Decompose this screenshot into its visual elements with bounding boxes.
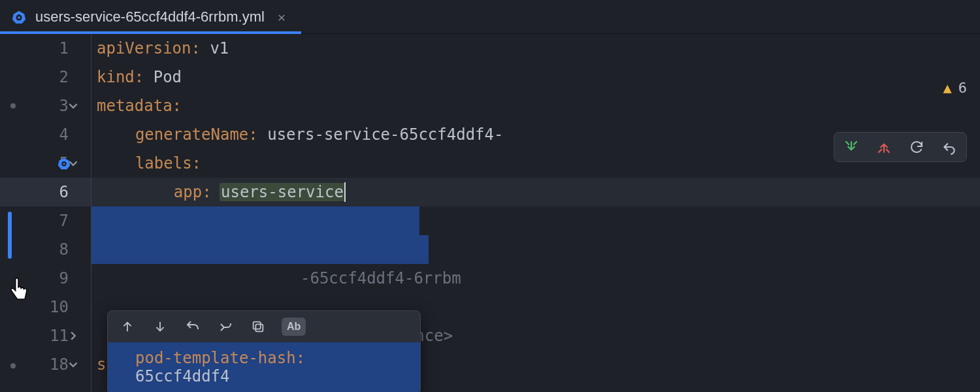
gutter-line: 11	[0, 321, 91, 350]
tab-filename: users-service-65ccf4ddf4-6rrbm.yml	[35, 8, 265, 25]
gutter-line: 2	[0, 63, 91, 91]
gutter-line: 7	[0, 206, 91, 235]
code-line[interactable]: vcs-revision: 9d427f9c8b04	[91, 206, 980, 235]
cursor-pointer-overlay	[7, 278, 30, 304]
gutter-line: 6	[0, 178, 91, 206]
colon: :	[202, 183, 211, 201]
fold-expanded-icon[interactable]	[69, 101, 86, 110]
yaml-key: kind	[97, 68, 135, 86]
diff-toolbar	[834, 132, 967, 162]
obscured-text: -65ccf4ddf4-6rrbm	[301, 269, 461, 287]
gutter-line: 8	[0, 235, 91, 264]
fold-expanded-icon[interactable]	[69, 360, 86, 369]
line-number: 9	[37, 269, 69, 287]
prev-diff-button[interactable]	[874, 137, 894, 157]
undo-icon[interactable]	[184, 318, 202, 336]
code-line[interactable]: apiVersion: v1	[91, 34, 980, 63]
line-number: 18	[37, 355, 69, 374]
code-line[interactable]: api-status: EXPERIMENTAL	[91, 235, 980, 264]
gutter-line: 3	[0, 91, 91, 120]
line-number: 10	[37, 298, 69, 316]
line-number: 8	[37, 240, 69, 259]
kubernetes-icon	[12, 10, 26, 24]
arrow-down-icon[interactable]	[151, 318, 169, 336]
svg-rect-7	[253, 322, 261, 329]
yaml-value: users-service-65ccf4ddf4-	[258, 125, 504, 144]
copy-icon[interactable]	[249, 318, 267, 336]
line-number: 11	[37, 327, 69, 345]
gutter-line: 4	[0, 120, 91, 149]
colon: :	[248, 125, 257, 144]
hint-code-line: pod-template-hash: 65ccf4ddf4	[108, 342, 420, 392]
yaml-key: generateName	[135, 125, 248, 144]
fold-expanded-icon[interactable]	[69, 159, 86, 168]
warning-count: 6	[958, 80, 967, 96]
kubernetes-gutter-icon[interactable]	[57, 157, 71, 170]
colon: :	[172, 97, 182, 115]
yaml-key: apiVersion	[97, 39, 191, 57]
code-line[interactable]: metadata:	[91, 91, 980, 120]
diff-hint-popup: Ab pod-template-hash: 65ccf4ddf4	[107, 310, 421, 392]
code-line[interactable]: app: users-service	[91, 178, 980, 206]
line-number: 1	[37, 39, 69, 57]
line-number: 2	[37, 68, 69, 86]
code-line[interactable]: kind: Pod	[91, 63, 980, 91]
gutter-line: 1	[0, 34, 91, 63]
line-number: 6	[37, 183, 69, 201]
warning-icon: ▲	[943, 80, 952, 96]
colon: :	[135, 68, 144, 86]
problems-indicator[interactable]: ▲ 6	[943, 80, 968, 96]
insert-icon[interactable]	[216, 318, 235, 336]
editor-tab[interactable]: users-service-65ccf4ddf4-6rrbm.yml ✕	[0, 0, 301, 33]
close-tab-icon[interactable]: ✕	[278, 9, 286, 25]
svg-point-2	[18, 16, 20, 19]
yaml-key: labels	[135, 154, 192, 172]
next-diff-button[interactable]	[841, 137, 862, 157]
fold-collapsed-icon[interactable]	[69, 331, 86, 340]
yaml-key: app	[174, 183, 202, 201]
yaml-key: metadata	[97, 97, 172, 115]
highlight-mode-badge[interactable]: Ab	[282, 318, 306, 336]
text-caret	[344, 182, 346, 202]
refresh-button[interactable]	[906, 137, 927, 157]
editor: 123456789101118 apiVersion: v1kind: Podm…	[0, 34, 980, 392]
line-number: 3	[37, 97, 69, 115]
colon: :	[191, 39, 201, 57]
gutter-line: 5	[0, 149, 91, 178]
yaml-value: users-service	[220, 183, 345, 201]
gutter-line: 18	[0, 350, 91, 379]
rollback-button[interactable]	[939, 137, 960, 157]
tab-bar: users-service-65ccf4ddf4-6rrbm.yml ✕	[0, 0, 980, 34]
yaml-value: Pod	[144, 68, 182, 86]
hint-toolbar: Ab	[108, 311, 420, 342]
gutter: 123456789101118	[0, 34, 91, 392]
svg-point-5	[63, 163, 65, 165]
code-line[interactable]: -65ccf4ddf4-6rrbm	[91, 264, 980, 293]
colon: :	[192, 154, 201, 172]
line-number: 4	[37, 125, 69, 144]
yaml-value: v1	[201, 39, 229, 57]
arrow-up-icon[interactable]	[118, 318, 137, 336]
svg-rect-6	[255, 324, 263, 331]
line-number: 7	[37, 212, 69, 230]
